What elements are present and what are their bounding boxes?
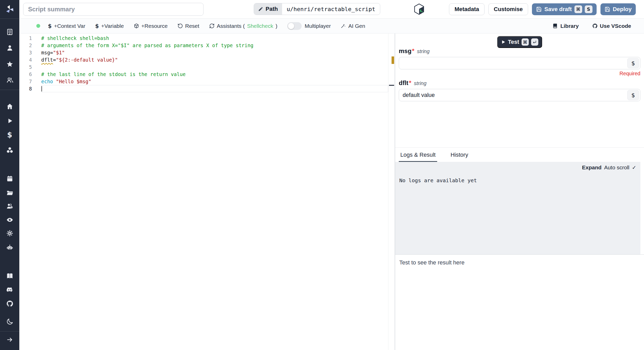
sidebar-item-resources[interactable] bbox=[0, 143, 19, 157]
sidebar-expand-button[interactable] bbox=[0, 332, 19, 347]
sidebar-item-runs[interactable] bbox=[0, 114, 19, 128]
metadata-button[interactable]: Metadata bbox=[449, 3, 484, 15]
code-line[interactable]: echo "Hello $msg" bbox=[41, 78, 388, 85]
text-cursor bbox=[41, 86, 42, 91]
code-line[interactable]: msg="$1" bbox=[41, 49, 388, 56]
discord-icon bbox=[6, 286, 13, 293]
sidebar-item-user[interactable] bbox=[0, 41, 19, 55]
code-line[interactable]: # arguments of the form X="$I" are parse… bbox=[41, 42, 388, 49]
sidebar-item-home[interactable] bbox=[0, 99, 19, 114]
dflt-field-label: dflt* string bbox=[399, 79, 640, 87]
sidebar-item-favorites[interactable] bbox=[0, 57, 19, 71]
add-variable-button[interactable]: $ +Variable bbox=[95, 23, 124, 29]
sidebar-item-variables[interactable]: $ bbox=[0, 128, 19, 142]
sidebar-item-workers[interactable] bbox=[0, 240, 19, 255]
msg-input[interactable] bbox=[399, 57, 640, 69]
code-line[interactable]: # shellcheck shell=bash bbox=[41, 35, 388, 42]
dollar-icon: $ bbox=[95, 23, 99, 29]
no-logs-text: No logs are available yet bbox=[399, 177, 636, 184]
msg-variable-picker-button[interactable]: $ bbox=[627, 58, 639, 68]
line-number: 7 bbox=[19, 78, 41, 85]
autoscroll-checkbox[interactable]: ✓ bbox=[632, 164, 636, 171]
tab-history[interactable]: History bbox=[449, 148, 470, 162]
dollar-icon: $ bbox=[48, 23, 52, 29]
bash-language-icon: $ bbox=[413, 3, 426, 16]
toggle-knob bbox=[288, 23, 294, 29]
line-number: 3 bbox=[19, 49, 41, 56]
sidebar-item-settings[interactable] bbox=[0, 226, 19, 240]
add-context-var-button[interactable]: $ +Context Var bbox=[48, 23, 85, 29]
sidebar-item-dark-mode[interactable] bbox=[0, 314, 19, 329]
field-name: msg bbox=[399, 47, 411, 55]
test-label: Test bbox=[508, 39, 519, 45]
sidebar-item-folders[interactable] bbox=[0, 186, 19, 200]
code-line-active[interactable] bbox=[41, 85, 388, 92]
sidebar-divider bbox=[0, 90, 19, 90]
test-button[interactable]: Test ⌘ bbox=[497, 36, 542, 48]
script-summary-input[interactable] bbox=[23, 3, 204, 16]
assistants-label: Assistants ( bbox=[217, 23, 245, 29]
save-draft-button[interactable]: Save draft ⌘ S bbox=[532, 3, 596, 15]
expand-button[interactable]: Expand bbox=[582, 164, 601, 171]
warning-marker bbox=[392, 56, 394, 64]
code-area[interactable]: # shellcheck shell=bash # arguments of t… bbox=[41, 35, 388, 92]
code-token: # the last line of the stdout is the ret… bbox=[41, 71, 186, 77]
code-token: # shellcheck shell=bash bbox=[41, 35, 109, 41]
sidebar-item-logo[interactable] bbox=[0, 2, 19, 16]
sidebar-item-audit-logs[interactable] bbox=[0, 213, 19, 227]
code-editor[interactable]: 1 2 3 4 5 6 7 8 # shellcheck shell=bash … bbox=[19, 34, 395, 350]
script-path[interactable]: u/henri/retractable_script bbox=[282, 3, 380, 15]
sidebar-item-workspace[interactable] bbox=[0, 25, 19, 39]
calendar-icon bbox=[6, 175, 13, 182]
sidebar-item-users[interactable] bbox=[0, 73, 19, 87]
result-panel: Test to see the result here bbox=[395, 255, 644, 350]
edit-path-button[interactable]: Path bbox=[254, 3, 282, 15]
line-number: 6 bbox=[19, 71, 41, 78]
multiplayer-toggle[interactable] bbox=[287, 22, 302, 30]
deploy-button[interactable]: Deploy bbox=[600, 3, 636, 15]
line-number: 5 bbox=[19, 63, 41, 71]
book-icon bbox=[553, 23, 558, 29]
sidebar-item-groups[interactable] bbox=[0, 199, 19, 213]
reset-label: Reset bbox=[185, 23, 199, 29]
moon-icon bbox=[6, 318, 13, 325]
overview-ruler[interactable] bbox=[388, 34, 395, 350]
code-line[interactable]: # the last line of the stdout is the ret… bbox=[41, 71, 388, 78]
code-line[interactable] bbox=[41, 63, 388, 71]
metadata-label: Metadata bbox=[454, 6, 479, 13]
customise-button[interactable]: Customise bbox=[488, 3, 528, 15]
add-resource-button[interactable]: +Resource bbox=[134, 23, 168, 29]
sidebar-item-docs[interactable] bbox=[0, 269, 19, 283]
line-number: 1 bbox=[19, 35, 41, 42]
boxes-icon bbox=[6, 146, 13, 154]
library-button[interactable]: Library bbox=[553, 23, 579, 29]
dflt-variable-picker-button[interactable]: $ bbox=[627, 90, 639, 100]
sidebar-item-schedules[interactable] bbox=[0, 171, 19, 186]
ai-gen-button[interactable]: AI Gen bbox=[341, 23, 365, 29]
kbd-s: S bbox=[585, 5, 592, 13]
save-draft-label: Save draft bbox=[544, 6, 572, 13]
dflt-input[interactable] bbox=[399, 89, 640, 101]
field-name: dflt bbox=[399, 79, 408, 87]
code-line[interactable]: dflt="${2:-default value}" bbox=[41, 56, 388, 63]
required-star: * bbox=[409, 79, 411, 87]
test-panel: Test ⌘ msg* string bbox=[395, 34, 644, 350]
dollar-icon: $ bbox=[7, 131, 12, 139]
msg-field-label: msg* string bbox=[399, 47, 640, 55]
assistants-button[interactable]: Assistants (Shellcheck) bbox=[209, 23, 277, 29]
code-token: # arguments of the form X="$I" are parse… bbox=[41, 43, 253, 48]
code-token bbox=[53, 79, 56, 84]
deploy-label: Deploy bbox=[613, 6, 632, 13]
use-vscode-button[interactable]: Use VScode bbox=[592, 23, 631, 29]
return-arrow-icon bbox=[532, 40, 537, 44]
assistants-label-suffix: ) bbox=[276, 23, 277, 29]
tab-logs-result[interactable]: Logs & Result bbox=[399, 148, 437, 162]
sidebar-item-github[interactable] bbox=[0, 296, 19, 311]
customise-label: Customise bbox=[494, 6, 523, 13]
code-token: "${2:-default value}" bbox=[56, 57, 118, 63]
pane-resize-handle[interactable] bbox=[389, 85, 394, 86]
eye-icon bbox=[6, 216, 13, 223]
reset-button[interactable]: Reset bbox=[177, 23, 199, 29]
windmill-script-editor: $ bbox=[0, 0, 644, 350]
sidebar-item-discord[interactable] bbox=[0, 282, 19, 297]
